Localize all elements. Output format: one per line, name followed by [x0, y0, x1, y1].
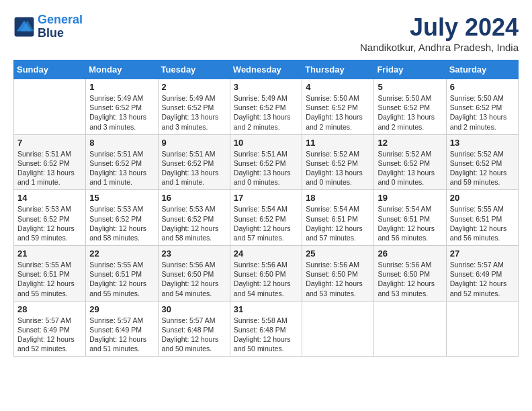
calendar-cell: 13Sunrise: 5:52 AM Sunset: 6:52 PM Dayli…: [446, 134, 518, 190]
day-number: 5: [378, 82, 442, 92]
calendar-cell: [446, 301, 518, 357]
day-info: Sunrise: 5:53 AM Sunset: 6:52 PM Dayligh…: [162, 204, 226, 242]
calendar-cell: [302, 301, 374, 357]
day-number: 20: [450, 193, 515, 203]
day-number: 27: [450, 248, 515, 259]
calendar-week-2: 7Sunrise: 5:51 AM Sunset: 6:52 PM Daylig…: [14, 134, 519, 190]
calendar-cell: 3Sunrise: 5:49 AM Sunset: 6:52 PM Daylig…: [230, 79, 302, 135]
day-info: Sunrise: 5:58 AM Sunset: 6:48 PM Dayligh…: [234, 316, 298, 354]
day-info: Sunrise: 5:55 AM Sunset: 6:51 PM Dayligh…: [450, 204, 515, 242]
day-info: Sunrise: 5:49 AM Sunset: 6:52 PM Dayligh…: [89, 93, 154, 132]
day-number: 29: [89, 304, 154, 314]
calendar-week-4: 21Sunrise: 5:55 AM Sunset: 6:51 PM Dayli…: [14, 246, 519, 302]
calendar-week-5: 28Sunrise: 5:57 AM Sunset: 6:49 PM Dayli…: [14, 301, 519, 357]
calendar-cell: [374, 301, 446, 357]
calendar-cell: 18Sunrise: 5:54 AM Sunset: 6:51 PM Dayli…: [302, 190, 374, 246]
day-number: 19: [378, 193, 442, 203]
day-info: Sunrise: 5:51 AM Sunset: 6:52 PM Dayligh…: [162, 149, 226, 187]
weekday-header-row: SundayMondayTuesdayWednesdayThursdayFrid…: [14, 60, 519, 79]
calendar-cell: 20Sunrise: 5:55 AM Sunset: 6:51 PM Dayli…: [446, 190, 518, 246]
day-info: Sunrise: 5:54 AM Sunset: 6:51 PM Dayligh…: [306, 204, 370, 242]
calendar-cell: 4Sunrise: 5:50 AM Sunset: 6:52 PM Daylig…: [302, 79, 374, 135]
day-info: Sunrise: 5:52 AM Sunset: 6:52 PM Dayligh…: [450, 149, 515, 187]
calendar-cell: 30Sunrise: 5:57 AM Sunset: 6:48 PM Dayli…: [158, 301, 230, 357]
day-number: 9: [162, 138, 226, 148]
day-info: Sunrise: 5:51 AM Sunset: 6:52 PM Dayligh…: [89, 149, 154, 187]
day-info: Sunrise: 5:49 AM Sunset: 6:52 PM Dayligh…: [162, 93, 226, 132]
day-info: Sunrise: 5:54 AM Sunset: 6:52 PM Dayligh…: [234, 204, 298, 242]
calendar-cell: 6Sunrise: 5:50 AM Sunset: 6:52 PM Daylig…: [446, 79, 518, 135]
calendar-table: SundayMondayTuesdayWednesdayThursdayFrid…: [13, 60, 519, 357]
day-number: 17: [234, 193, 298, 203]
day-info: Sunrise: 5:50 AM Sunset: 6:52 PM Dayligh…: [306, 93, 370, 132]
day-info: Sunrise: 5:56 AM Sunset: 6:50 PM Dayligh…: [306, 260, 370, 298]
day-info: Sunrise: 5:52 AM Sunset: 6:52 PM Dayligh…: [306, 149, 370, 187]
calendar-cell: 9Sunrise: 5:51 AM Sunset: 6:52 PM Daylig…: [158, 134, 230, 190]
day-number: 14: [17, 193, 82, 203]
day-info: Sunrise: 5:53 AM Sunset: 6:52 PM Dayligh…: [17, 204, 82, 242]
day-number: 30: [162, 304, 226, 314]
weekday-header-monday: Monday: [86, 60, 158, 79]
day-info: Sunrise: 5:57 AM Sunset: 6:49 PM Dayligh…: [450, 260, 515, 298]
calendar-cell: 27Sunrise: 5:57 AM Sunset: 6:49 PM Dayli…: [446, 246, 518, 302]
day-info: Sunrise: 5:55 AM Sunset: 6:51 PM Dayligh…: [89, 260, 154, 298]
title-block: July 2024 Nandikotkur, Andhra Pradesh, I…: [360, 13, 519, 53]
weekday-header-thursday: Thursday: [302, 60, 374, 79]
calendar-cell: 19Sunrise: 5:54 AM Sunset: 6:51 PM Dayli…: [374, 190, 446, 246]
day-number: 8: [89, 138, 154, 148]
calendar-cell: 23Sunrise: 5:56 AM Sunset: 6:50 PM Dayli…: [158, 246, 230, 302]
day-info: Sunrise: 5:56 AM Sunset: 6:50 PM Dayligh…: [162, 260, 226, 298]
day-number: 7: [17, 138, 82, 148]
calendar-cell: 28Sunrise: 5:57 AM Sunset: 6:49 PM Dayli…: [14, 301, 86, 357]
day-info: Sunrise: 5:52 AM Sunset: 6:52 PM Dayligh…: [378, 149, 442, 187]
day-number: 2: [162, 82, 226, 92]
calendar-cell: 31Sunrise: 5:58 AM Sunset: 6:48 PM Dayli…: [230, 301, 302, 357]
calendar-cell: 24Sunrise: 5:56 AM Sunset: 6:50 PM Dayli…: [230, 246, 302, 302]
logo-text: General Blue: [38, 13, 83, 40]
logo: General Blue: [13, 13, 83, 40]
calendar-cell: 7Sunrise: 5:51 AM Sunset: 6:52 PM Daylig…: [14, 134, 86, 190]
calendar-cell: 21Sunrise: 5:55 AM Sunset: 6:51 PM Dayli…: [14, 246, 86, 302]
logo-icon: [13, 16, 35, 38]
day-info: Sunrise: 5:56 AM Sunset: 6:50 PM Dayligh…: [234, 260, 298, 298]
day-info: Sunrise: 5:57 AM Sunset: 6:49 PM Dayligh…: [17, 316, 82, 354]
day-info: Sunrise: 5:54 AM Sunset: 6:51 PM Dayligh…: [378, 204, 442, 242]
day-info: Sunrise: 5:55 AM Sunset: 6:51 PM Dayligh…: [17, 260, 82, 298]
day-info: Sunrise: 5:56 AM Sunset: 6:50 PM Dayligh…: [378, 260, 442, 298]
day-info: Sunrise: 5:51 AM Sunset: 6:52 PM Dayligh…: [234, 149, 298, 187]
calendar-cell: 15Sunrise: 5:53 AM Sunset: 6:52 PM Dayli…: [86, 190, 158, 246]
day-number: 21: [17, 248, 82, 259]
month-title: July 2024: [360, 13, 519, 42]
weekday-header-tuesday: Tuesday: [158, 60, 230, 79]
calendar-cell: 11Sunrise: 5:52 AM Sunset: 6:52 PM Dayli…: [302, 134, 374, 190]
calendar-cell: 10Sunrise: 5:51 AM Sunset: 6:52 PM Dayli…: [230, 134, 302, 190]
day-number: 18: [306, 193, 370, 203]
page-header: General Blue July 2024 Nandikotkur, Andh…: [13, 13, 519, 53]
calendar-cell: 5Sunrise: 5:50 AM Sunset: 6:52 PM Daylig…: [374, 79, 446, 135]
weekday-header-friday: Friday: [374, 60, 446, 79]
calendar-cell: 12Sunrise: 5:52 AM Sunset: 6:52 PM Dayli…: [374, 134, 446, 190]
day-number: 1: [89, 82, 154, 92]
weekday-header-saturday: Saturday: [446, 60, 518, 79]
day-number: 25: [306, 248, 370, 259]
weekday-header-wednesday: Wednesday: [230, 60, 302, 79]
day-info: Sunrise: 5:51 AM Sunset: 6:52 PM Dayligh…: [17, 149, 82, 187]
day-number: 24: [234, 248, 298, 259]
calendar-cell: 25Sunrise: 5:56 AM Sunset: 6:50 PM Dayli…: [302, 246, 374, 302]
weekday-header-sunday: Sunday: [14, 60, 86, 79]
calendar-week-1: 1Sunrise: 5:49 AM Sunset: 6:52 PM Daylig…: [14, 79, 519, 135]
calendar-cell: [14, 79, 86, 135]
day-info: Sunrise: 5:53 AM Sunset: 6:52 PM Dayligh…: [89, 204, 154, 242]
calendar-week-3: 14Sunrise: 5:53 AM Sunset: 6:52 PM Dayli…: [14, 190, 519, 246]
day-number: 4: [306, 82, 370, 92]
day-number: 13: [450, 138, 515, 148]
day-number: 16: [162, 193, 226, 203]
day-number: 6: [450, 82, 515, 92]
day-info: Sunrise: 5:57 AM Sunset: 6:49 PM Dayligh…: [89, 316, 154, 354]
day-info: Sunrise: 5:49 AM Sunset: 6:52 PM Dayligh…: [234, 93, 298, 132]
calendar-cell: 16Sunrise: 5:53 AM Sunset: 6:52 PM Dayli…: [158, 190, 230, 246]
calendar-cell: 17Sunrise: 5:54 AM Sunset: 6:52 PM Dayli…: [230, 190, 302, 246]
day-number: 11: [306, 138, 370, 148]
calendar-cell: 1Sunrise: 5:49 AM Sunset: 6:52 PM Daylig…: [86, 79, 158, 135]
day-number: 28: [17, 304, 82, 314]
